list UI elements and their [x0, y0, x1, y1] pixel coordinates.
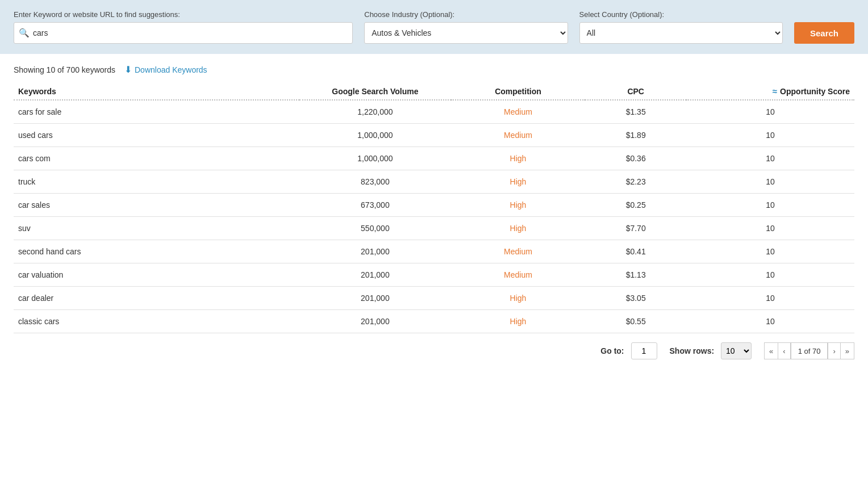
- cell-volume: 1,000,000: [299, 147, 450, 170]
- col-header-cpc: CPC: [585, 81, 686, 100]
- cell-volume: 823,000: [299, 170, 450, 194]
- download-keywords-link[interactable]: ⬇ Download Keywords: [124, 64, 207, 75]
- cell-cpc: $1.13: [585, 263, 686, 287]
- cell-volume: 201,000: [299, 263, 450, 287]
- cell-keyword: second hand cars: [14, 240, 299, 263]
- cell-keyword: truck: [14, 170, 299, 194]
- opportunity-label: Opportunity Score: [780, 87, 850, 96]
- pagination-controls: « ‹ 1 of 70 › »: [764, 342, 854, 359]
- cell-opportunity: 10: [686, 263, 854, 287]
- cell-competition: Medium: [451, 124, 586, 147]
- cell-cpc: $0.55: [585, 310, 686, 333]
- cell-keyword: car sales: [14, 194, 299, 217]
- cell-keyword: used cars: [14, 124, 299, 147]
- search-bar: Enter Keyword or website URL to find sug…: [0, 0, 868, 54]
- cell-competition: High: [451, 194, 586, 217]
- keyword-input[interactable]: [30, 28, 348, 37]
- showrows-label: Show rows:: [670, 346, 715, 355]
- showing-text: Showing 10 of 700 keywords: [14, 65, 115, 74]
- cell-keyword: suv: [14, 217, 299, 240]
- goto-label: Go to:: [600, 346, 624, 355]
- cell-volume: 550,000: [299, 217, 450, 240]
- table-row: cars com 1,000,000 High $0.36 10: [14, 147, 854, 170]
- cell-competition: High: [451, 217, 586, 240]
- goto-input[interactable]: [631, 342, 657, 359]
- search-icon: 🔍: [19, 28, 30, 38]
- keyword-label: Enter Keyword or website URL to find sug…: [14, 10, 353, 19]
- cell-competition: Medium: [451, 263, 586, 287]
- showrows-select[interactable]: 10 25 50 100: [721, 342, 752, 359]
- cell-opportunity: 10: [686, 217, 854, 240]
- cell-competition: Medium: [451, 240, 586, 263]
- cell-keyword: cars com: [14, 147, 299, 170]
- cell-competition: High: [451, 310, 586, 333]
- results-header: Showing 10 of 700 keywords ⬇ Download Ke…: [0, 54, 868, 81]
- cell-cpc: $1.35: [585, 100, 686, 124]
- cell-cpc: $3.05: [585, 287, 686, 310]
- next-page-button[interactable]: ›: [828, 342, 840, 359]
- cell-opportunity: 10: [686, 310, 854, 333]
- table-header-row: Keywords Google Search Volume Competitio…: [14, 81, 854, 100]
- col-header-opportunity: ≈ Opportunity Score: [686, 81, 854, 100]
- cell-keyword: car dealer: [14, 287, 299, 310]
- cell-competition: High: [451, 170, 586, 194]
- cell-volume: 673,000: [299, 194, 450, 217]
- first-page-button[interactable]: «: [764, 342, 778, 359]
- keyword-input-wrap: 🔍: [14, 22, 353, 44]
- table-row: suv 550,000 High $7.70 10: [14, 217, 854, 240]
- table-row: car sales 673,000 High $0.25 10: [14, 194, 854, 217]
- country-group: Select Country (Optional): All United St…: [579, 10, 783, 44]
- cell-cpc: $2.23: [585, 170, 686, 194]
- table-row: second hand cars 201,000 Medium $0.41 10: [14, 240, 854, 263]
- cell-competition: High: [451, 147, 586, 170]
- cell-cpc: $0.41: [585, 240, 686, 263]
- download-icon: ⬇: [124, 64, 132, 75]
- table-row: classic cars 201,000 High $0.55 10: [14, 310, 854, 333]
- col-header-competition: Competition: [451, 81, 586, 100]
- table-body: cars for sale 1,220,000 Medium $1.35 10 …: [14, 100, 854, 333]
- waves-icon: ≈: [773, 86, 777, 96]
- cell-opportunity: 10: [686, 194, 854, 217]
- table-row: car valuation 201,000 Medium $1.13 10: [14, 263, 854, 287]
- download-keywords-label: Download Keywords: [135, 65, 207, 74]
- keywords-table: Keywords Google Search Volume Competitio…: [14, 81, 854, 333]
- cell-opportunity: 10: [686, 100, 854, 124]
- cell-opportunity: 10: [686, 240, 854, 263]
- table-row: used cars 1,000,000 Medium $1.89 10: [14, 124, 854, 147]
- keyword-group: Enter Keyword or website URL to find sug…: [14, 10, 353, 44]
- cell-opportunity: 10: [686, 170, 854, 194]
- cell-cpc: $7.70: [585, 217, 686, 240]
- cell-volume: 201,000: [299, 287, 450, 310]
- cell-volume: 201,000: [299, 240, 450, 263]
- table-row: truck 823,000 High $2.23 10: [14, 170, 854, 194]
- cell-keyword: cars for sale: [14, 100, 299, 124]
- prev-page-button[interactable]: ‹: [778, 342, 790, 359]
- cell-opportunity: 10: [686, 147, 854, 170]
- keywords-table-wrap: Keywords Google Search Volume Competitio…: [0, 81, 868, 333]
- col-header-volume: Google Search Volume: [299, 81, 450, 100]
- cell-keyword: classic cars: [14, 310, 299, 333]
- cell-volume: 1,000,000: [299, 124, 450, 147]
- col-header-keyword: Keywords: [14, 81, 299, 100]
- page-info: 1 of 70: [791, 342, 828, 359]
- cell-cpc: $0.36: [585, 147, 686, 170]
- cell-competition: Medium: [451, 100, 586, 124]
- cell-cpc: $1.89: [585, 124, 686, 147]
- cell-volume: 1,220,000: [299, 100, 450, 124]
- last-page-button[interactable]: »: [841, 342, 854, 359]
- cell-competition: High: [451, 287, 586, 310]
- industry-group: Choose Industry (Optional): Autos & Vehi…: [364, 10, 567, 44]
- table-row: cars for sale 1,220,000 Medium $1.35 10: [14, 100, 854, 124]
- cell-opportunity: 10: [686, 287, 854, 310]
- search-button[interactable]: Search: [794, 22, 854, 44]
- cell-opportunity: 10: [686, 124, 854, 147]
- industry-label: Choose Industry (Optional):: [364, 10, 567, 19]
- industry-select[interactable]: Autos & Vehicles Arts & Entertainment Fi…: [364, 22, 567, 44]
- country-label: Select Country (Optional):: [579, 10, 783, 19]
- table-row: car dealer 201,000 High $3.05 10: [14, 287, 854, 310]
- cell-keyword: car valuation: [14, 263, 299, 287]
- cell-volume: 201,000: [299, 310, 450, 333]
- cell-cpc: $0.25: [585, 194, 686, 217]
- country-select[interactable]: All United States United Kingdom Canada …: [579, 22, 783, 44]
- pagination-row: Go to: Show rows: 10 25 50 100 « ‹ 1 of …: [0, 333, 868, 368]
